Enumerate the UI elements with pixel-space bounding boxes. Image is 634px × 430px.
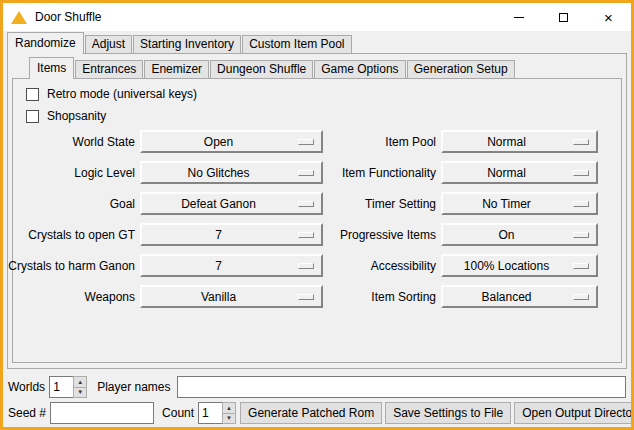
- arrow-down-icon: ▼: [77, 389, 83, 395]
- goal-dropdown[interactable]: Defeat Ganon: [140, 192, 323, 215]
- dropdown-indicator-icon: [573, 139, 589, 145]
- shopsanity-checkbox[interactable]: Shopsanity: [26, 106, 621, 126]
- settings-grid: World State Open Item Pool Normal Logic …: [13, 130, 621, 308]
- item-pool-label: Item Pool: [385, 135, 436, 149]
- worlds-spin-up-button[interactable]: ▲: [73, 376, 87, 388]
- maximize-icon: [559, 13, 568, 22]
- tab-entrances[interactable]: Entrances: [75, 60, 143, 78]
- timer-setting-dropdown[interactable]: No Timer: [441, 192, 598, 215]
- progressive-items-dropdown[interactable]: On: [441, 223, 598, 246]
- logic-level-value: No Glitches: [187, 166, 249, 180]
- accessibility-dropdown[interactable]: 100% Locations: [441, 254, 598, 277]
- world-state-dropdown[interactable]: Open: [140, 130, 323, 153]
- logic-level-dropdown[interactable]: No Glitches: [140, 161, 323, 184]
- minimize-icon: [514, 17, 524, 18]
- close-button[interactable]: ×: [586, 3, 631, 31]
- player-names-input[interactable]: [177, 376, 627, 398]
- arrow-down-icon: ▼: [226, 415, 232, 421]
- count-spin-down-button[interactable]: ▼: [222, 414, 236, 425]
- dropdown-indicator-icon: [298, 294, 314, 300]
- window-content: Randomize Adjust Starting Inventory Cust…: [3, 32, 631, 428]
- item-pool-dropdown[interactable]: Normal: [441, 130, 598, 153]
- weapons-label: Weapons: [85, 290, 135, 304]
- worlds-row: Worlds ▲ ▼ Player names: [8, 376, 626, 398]
- crystals-harm-ganon-value: 7: [215, 259, 222, 273]
- item-sorting-value: Balanced: [481, 290, 531, 304]
- item-sorting-dropdown[interactable]: Balanced: [441, 285, 598, 308]
- randomize-panel: Items Entrances Enemizer Dungeon Shuffle…: [7, 53, 627, 369]
- count-spin-up-button[interactable]: ▲: [222, 402, 236, 414]
- generate-rom-button[interactable]: Generate Patched Rom: [240, 402, 382, 424]
- retro-mode-checkbox[interactable]: Retro mode (universal keys): [26, 84, 621, 104]
- item-functionality-value: Normal: [487, 166, 526, 180]
- seed-input[interactable]: [50, 402, 154, 424]
- timer-setting-label: Timer Setting: [365, 197, 436, 211]
- tab-adjust[interactable]: Adjust: [85, 35, 132, 53]
- window-title: Door Shuffle: [35, 10, 102, 24]
- dropdown-indicator-icon: [298, 170, 314, 176]
- count-spinbox: ▲ ▼: [198, 402, 236, 424]
- crystals-open-gt-label: Crystals to open GT: [28, 228, 135, 242]
- tab-dungeon-shuffle[interactable]: Dungeon Shuffle: [210, 60, 313, 78]
- window-controls: ×: [496, 3, 631, 31]
- minimize-button[interactable]: [496, 3, 541, 31]
- item-functionality-label: Item Functionality: [342, 166, 436, 180]
- dropdown-indicator-icon: [573, 232, 589, 238]
- accessibility-label: Accessibility: [371, 259, 436, 273]
- items-panel: Retro mode (universal keys) Shopsanity W…: [12, 78, 622, 363]
- tab-custom-item-pool[interactable]: Custom Item Pool: [242, 35, 351, 53]
- goal-value: Defeat Ganon: [181, 197, 256, 211]
- weapons-dropdown[interactable]: Vanilla: [140, 285, 323, 308]
- player-names-label: Player names: [97, 380, 170, 394]
- maximize-button[interactable]: [541, 3, 586, 31]
- close-icon: ×: [604, 10, 613, 25]
- goal-label: Goal: [110, 197, 135, 211]
- worlds-spin-down-button[interactable]: ▼: [73, 388, 87, 399]
- count-input[interactable]: [198, 402, 222, 424]
- item-pool-value: Normal: [487, 135, 526, 149]
- tab-game-options[interactable]: Game Options: [314, 60, 405, 78]
- retro-mode-label: Retro mode (universal keys): [47, 87, 197, 101]
- worlds-label: Worlds: [8, 380, 45, 394]
- window: Door Shuffle × Randomize Adjust Starting…: [0, 0, 634, 430]
- dropdown-indicator-icon: [298, 201, 314, 207]
- secondary-tab-bar: Items Entrances Enemizer Dungeon Shuffle…: [29, 57, 622, 78]
- dropdown-indicator-icon: [298, 139, 314, 145]
- crystals-harm-ganon-label: Crystals to harm Ganon: [8, 259, 135, 273]
- crystals-open-gt-dropdown[interactable]: 7: [140, 223, 323, 246]
- crystals-harm-ganon-dropdown[interactable]: 7: [140, 254, 323, 277]
- tab-starting-inventory[interactable]: Starting Inventory: [133, 35, 241, 53]
- app-icon: [11, 11, 27, 24]
- primary-tab-bar: Randomize Adjust Starting Inventory Cust…: [7, 32, 627, 53]
- progressive-items-value: On: [498, 228, 514, 242]
- item-functionality-dropdown[interactable]: Normal: [441, 161, 598, 184]
- save-settings-button[interactable]: Save Settings to File: [385, 402, 511, 424]
- count-label: Count: [162, 406, 194, 420]
- dropdown-indicator-icon: [573, 263, 589, 269]
- dropdown-indicator-icon: [573, 170, 589, 176]
- dropdown-indicator-icon: [573, 201, 589, 207]
- open-output-button[interactable]: Open Output Directory: [514, 402, 634, 424]
- titlebar[interactable]: Door Shuffle ×: [3, 3, 631, 31]
- worlds-input[interactable]: [49, 376, 73, 398]
- arrow-up-icon: ▲: [226, 405, 232, 411]
- timer-setting-value: No Timer: [482, 197, 531, 211]
- world-state-label: World State: [73, 135, 135, 149]
- seed-row: Seed # Count ▲ ▼ Generate Patched Rom Sa…: [8, 402, 626, 424]
- worlds-spinbox: ▲ ▼: [49, 376, 87, 398]
- dropdown-indicator-icon: [298, 232, 314, 238]
- shopsanity-label: Shopsanity: [47, 109, 106, 123]
- tab-items[interactable]: Items: [29, 57, 74, 79]
- worlds-spin-arrows: ▲ ▼: [73, 376, 87, 398]
- tab-enemizer[interactable]: Enemizer: [144, 60, 209, 78]
- checkbox-icon: [26, 88, 39, 101]
- item-sorting-label: Item Sorting: [371, 290, 436, 304]
- crystals-open-gt-value: 7: [215, 228, 222, 242]
- accessibility-value: 100% Locations: [464, 259, 549, 273]
- tab-generation-setup[interactable]: Generation Setup: [407, 60, 515, 78]
- logic-level-label: Logic Level: [74, 166, 135, 180]
- world-state-value: Open: [204, 135, 233, 149]
- dropdown-indicator-icon: [298, 263, 314, 269]
- tab-randomize[interactable]: Randomize: [7, 32, 84, 54]
- seed-label: Seed #: [8, 406, 46, 420]
